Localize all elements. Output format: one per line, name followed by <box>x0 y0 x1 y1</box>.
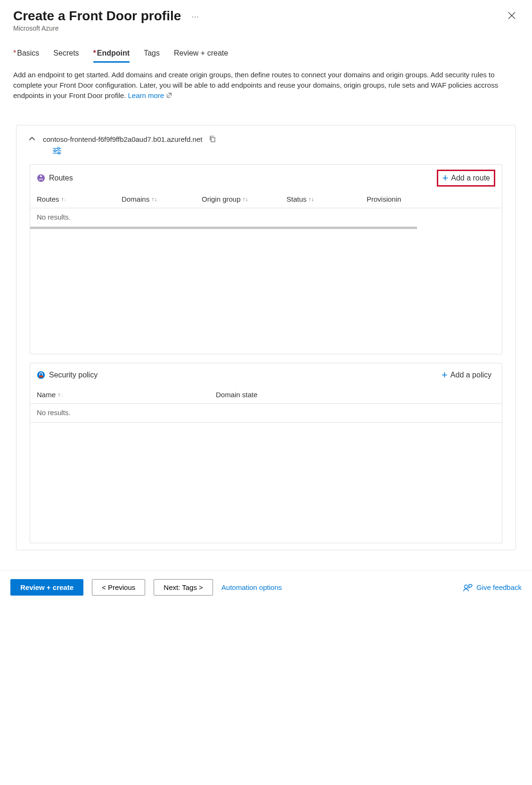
required-asterisk-icon: * <box>93 49 96 57</box>
security-policy-panel: Security policy + Add a policy Name↑↓ Do… <box>30 363 502 543</box>
sort-icon: ↑↓ <box>61 196 67 203</box>
svg-point-2 <box>57 147 59 149</box>
column-header-status[interactable]: Status↑↓ <box>286 195 367 203</box>
tab-label: Endpoint <box>97 49 130 57</box>
routes-title: Routes <box>49 174 73 182</box>
tab-label: Basics <box>17 49 39 57</box>
add-policy-label: Add a policy <box>450 371 491 379</box>
tab-label: Tags <box>144 49 160 57</box>
tab-label: Secrets <box>53 49 79 57</box>
column-header-provisioning[interactable]: Provisionin <box>367 195 401 203</box>
add-route-label: Add a route <box>451 174 490 182</box>
description-body: Add an endpoint to get started. Add doma… <box>13 71 498 99</box>
automation-options-link[interactable]: Automation options <box>221 583 282 591</box>
tab-basics[interactable]: *Basics <box>13 49 39 62</box>
add-route-button[interactable]: + Add a route <box>437 170 495 187</box>
tab-secrets[interactable]: Secrets <box>53 49 79 62</box>
security-title: Security policy <box>49 371 98 379</box>
svg-point-11 <box>465 585 468 588</box>
svg-point-8 <box>40 175 42 177</box>
description-text: Add an endpoint to get started. Add doma… <box>0 62 532 100</box>
sort-icon: ↑↓ <box>309 196 314 203</box>
review-create-button[interactable]: Review + create <box>10 579 83 596</box>
required-asterisk-icon: * <box>13 49 16 57</box>
previous-button[interactable]: < Previous <box>92 579 145 596</box>
routes-icon <box>37 174 45 182</box>
routes-empty-text: No results. <box>30 208 502 227</box>
settings-sliders-icon[interactable] <box>52 147 62 155</box>
feedback-icon <box>463 583 473 592</box>
plus-icon: + <box>442 173 448 183</box>
add-policy-button[interactable]: + Add a policy <box>438 368 495 382</box>
svg-rect-0 <box>211 138 215 142</box>
learn-more-link[interactable]: Learn more <box>128 91 172 99</box>
routes-panel: Routes + Add a route Routes↑↓ Domains↑↓ … <box>30 164 502 354</box>
close-icon <box>507 11 516 20</box>
close-button[interactable] <box>505 8 519 24</box>
page-subtitle: Microsoft Azure <box>13 25 199 32</box>
column-header-routes[interactable]: Routes↑↓ <box>37 195 122 203</box>
security-empty-text: No results. <box>30 404 502 422</box>
svg-point-6 <box>58 152 60 154</box>
svg-point-4 <box>54 150 56 152</box>
tab-tags[interactable]: Tags <box>144 49 160 62</box>
tab-review-create[interactable]: Review + create <box>174 49 228 62</box>
next-button[interactable]: Next: Tags > <box>154 579 213 596</box>
copy-icon[interactable] <box>209 135 216 143</box>
endpoint-card: contoso-frontend-f6f9f9ffb2a0aud7.b01.az… <box>16 125 516 550</box>
svg-rect-10 <box>39 376 43 377</box>
sort-icon: ↑↓ <box>57 392 63 398</box>
security-policy-icon <box>37 371 45 379</box>
sort-icon: ↑↓ <box>151 196 157 203</box>
chevron-up-icon[interactable] <box>28 135 36 143</box>
page-title: Create a Front Door profile <box>13 8 181 24</box>
sort-icon: ↑↓ <box>243 196 248 203</box>
tab-label: Review + create <box>174 49 228 57</box>
external-link-icon <box>166 92 172 98</box>
column-header-origin-group[interactable]: Origin group↑↓ <box>202 195 286 203</box>
endpoint-domain-text: contoso-frontend-f6f9f9ffb2a0aud7.b01.az… <box>43 135 202 143</box>
column-header-name[interactable]: Name↑↓ <box>37 391 216 399</box>
more-actions-icon[interactable]: … <box>191 11 199 19</box>
column-header-domains[interactable]: Domains↑↓ <box>122 195 202 203</box>
give-feedback-link[interactable]: Give feedback <box>463 583 522 592</box>
plus-icon: + <box>442 370 448 380</box>
column-header-domain-state[interactable]: Domain state <box>216 391 257 399</box>
tab-endpoint[interactable]: *Endpoint <box>93 49 130 62</box>
